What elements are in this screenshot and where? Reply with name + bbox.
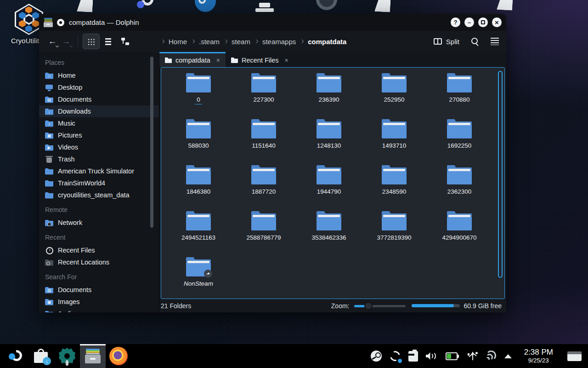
breadcrumb-steamapps[interactable]: steamapps [262,38,296,46]
sidebar-item-trainsimworld4[interactable]: TrainSimWorld4 [39,177,159,189]
list-view-icon [105,38,111,45]
sidebar-item-music[interactable]: ♪Music [39,117,159,129]
battery-icon[interactable] [446,352,460,360]
downloads-folder-icon: ↓ [45,108,53,115]
zoom-slider[interactable] [354,302,406,310]
steam-tray-icon[interactable] [371,351,382,362]
folder-view[interactable]: 0 227300 236390 252950 270880 588030 115… [161,67,505,299]
system-settings-icon [58,347,76,365]
zoom-slider-handle[interactable] [364,302,373,310]
taskbar-app-system-settings[interactable] [54,344,80,368]
sidebar-item-trash[interactable]: Trash [39,153,159,165]
folder-item[interactable]: NonSteam [166,257,231,299]
breadcrumb-compatdata[interactable]: compatdata [308,38,346,46]
chevron-right-icon [191,40,195,43]
pictures-folder-icon: ▣ [45,132,53,139]
taskbar-app-dolphin[interactable] [80,344,106,368]
sidebar-item-search-images[interactable]: ▣Images [39,296,159,308]
documents-folder-icon: ▤ [45,287,53,293]
panel-settings-icon[interactable] [567,351,582,361]
desktop-shortcut-launcher-icon[interactable] [137,0,154,13]
back-button[interactable]: ← [45,35,59,48]
folder-item[interactable]: 270880 [427,73,492,119]
list-view-button[interactable] [100,34,117,49]
taskbar-app-firefox[interactable] [106,344,131,368]
taskbar-app-launcher[interactable] [3,344,28,368]
icons-view-button[interactable] [83,34,100,49]
sidebar-item-home[interactable]: ⌂Home [39,69,159,81]
folder-item[interactable]: 1692250 [427,119,492,165]
sidebar-item-pictures[interactable]: ▣Pictures [39,129,159,141]
folder-item[interactable]: 1846380 [166,165,231,211]
folder-icon [382,119,407,138]
close-button[interactable]: × [492,17,502,27]
usb-device-icon[interactable] [468,351,478,361]
help-button[interactable]: ? [451,17,460,27]
folder-item[interactable]: 1151640 [231,119,296,165]
sidebar-item-recent-locations[interactable]: Recent Locations [39,256,159,268]
folder-item[interactable]: 3538462336 [296,211,362,257]
breadcrumb-steam-hidden[interactable]: .steam [199,38,220,46]
desktop-shortcut-trash-icon[interactable] [255,3,274,13]
network-folder-icon [45,219,53,226]
wireless-signal-icon[interactable] [486,351,497,361]
folder-item[interactable]: 3772819390 [362,211,427,257]
sidebar-item-american-truck-simulator[interactable]: American Truck Simulator [39,165,159,177]
sidebar-item-search-audio[interactable]: ♪Audio [39,308,159,312]
software-updates-icon[interactable] [390,351,401,362]
folder-item[interactable]: 227300 [231,73,296,119]
folder-item[interactable]: 1248130 [296,119,362,165]
hamburger-menu-button[interactable] [491,38,499,45]
folder-item[interactable]: 4294900670 [427,211,492,257]
folder-icon [45,180,53,187]
volume-icon[interactable] [426,351,438,361]
videos-folder-icon: ▶ [45,144,53,151]
view-scrollbar[interactable] [498,71,503,278]
folder-item[interactable]: 1887720 [231,165,296,211]
sidebar-item-desktop[interactable]: Desktop [39,81,159,93]
folder-item[interactable]: 1493710 [362,119,427,165]
folder-item[interactable]: 236390 [296,73,362,119]
titlebar[interactable]: compatdata — Dolphin ? – × [39,14,506,31]
folder-icon [382,73,407,92]
tree-view-button[interactable] [117,34,134,49]
sidebar-item-cryoutilities-steam-data[interactable]: cryoutilities_steam_data [39,189,159,201]
breadcrumb-home[interactable]: Home [169,38,187,46]
sidebar-item-videos[interactable]: ▶Videos [39,141,159,153]
folder-item[interactable]: 588030 [166,119,231,165]
tab-close-icon[interactable]: × [285,57,288,64]
sidebar-item-network[interactable]: Network [39,217,159,229]
toolbar-separator [78,35,78,47]
clipboard-icon[interactable] [408,351,418,362]
forward-button[interactable]: → [59,35,73,48]
section-title-remote: Remote [39,201,159,217]
folder-item[interactable]: 2348590 [362,165,427,211]
folder-item[interactable]: 2362300 [427,165,492,211]
sidebar-item-label: Trash [58,155,75,163]
tab-close-icon[interactable]: × [216,57,220,64]
sidebar-scrollbar[interactable] [150,57,153,228]
sidebar-item-search-documents[interactable]: ▤Documents [39,284,159,296]
minimize-button[interactable]: – [464,17,474,27]
search-button[interactable] [471,37,479,46]
sidebar-item-downloads[interactable]: ↓Downloads [39,105,159,117]
split-button[interactable]: Split [434,38,459,46]
expand-tray-arrow-icon[interactable] [504,354,512,358]
folder-item[interactable]: 2494521163 [166,211,231,257]
folder-item[interactable]: 1944790 [296,165,362,211]
clock-widget[interactable]: 2:38 PM 9/25/23 [524,348,553,364]
sidebar-item-label: Videos [58,144,78,151]
breadcrumb: Home .steam steam steamapps compatdata [160,38,346,46]
folder-item[interactable]: 252950 [362,73,427,119]
sidebar-item-label: Documents [58,286,91,293]
folder-label: 227300 [251,96,276,104]
maximize-button[interactable] [478,17,488,27]
breadcrumb-steam[interactable]: steam [232,38,250,46]
tab-compatdata[interactable]: compatdata × [159,52,226,67]
sidebar-item-recent-files[interactable]: Recent Files [39,244,159,256]
sidebar-item-documents[interactable]: ▤Documents [39,93,159,105]
folder-item[interactable]: 0 [166,73,231,119]
tab-recent-files[interactable]: Recent Files × [226,52,294,67]
folder-item[interactable]: 2588786779 [231,211,296,257]
taskbar-app-discover[interactable]: ↓ [28,344,54,368]
